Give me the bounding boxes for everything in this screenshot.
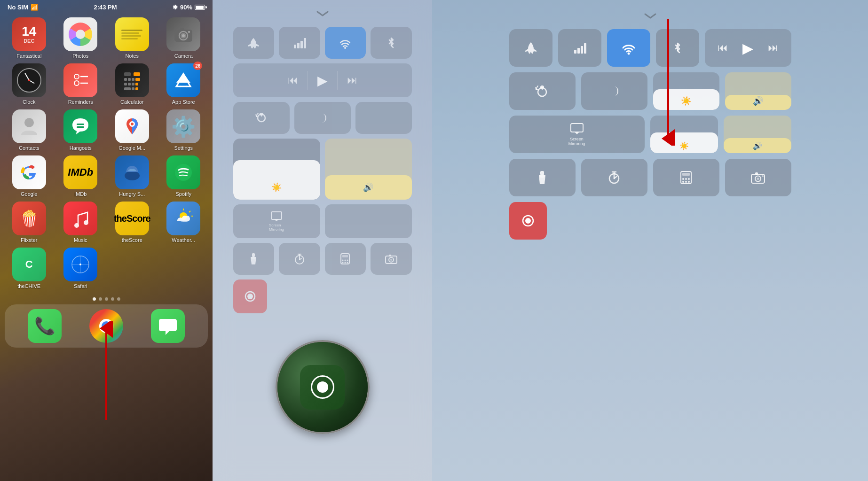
app-icon-safari[interactable] — [63, 248, 97, 281]
cc-chevron-1[interactable] — [316, 9, 330, 19]
cc-volume-icon: 🔊 — [363, 182, 373, 193]
app-thechive[interactable]: C theCHIVE — [6, 248, 53, 289]
app-icon-hangouts[interactable] — [63, 109, 97, 143]
app-icon-fantastical[interactable]: 14 Dec — [12, 17, 46, 51]
cc-media-sep — [308, 71, 308, 90]
app-spotify[interactable]: Spotify — [160, 155, 207, 197]
app-icon-google[interactable] — [12, 155, 46, 189]
cc-timer-btn2[interactable] — [279, 243, 320, 275]
cc2-flashlight-btn[interactable] — [509, 159, 576, 196]
app-icon-messages[interactable] — [151, 309, 185, 343]
app-icon-weather[interactable] — [166, 202, 200, 235]
svg-point-108 — [525, 218, 531, 224]
app-calculator[interactable]: Calculator — [109, 63, 156, 105]
app-icon-music[interactable] — [63, 202, 97, 235]
app-icon-photos[interactable] — [63, 17, 97, 51]
cc-airplane-btn[interactable] — [233, 27, 275, 59]
svg-rect-17 — [124, 83, 127, 85]
cc2-donotdisturb-btn[interactable] — [581, 72, 647, 110]
cc-fastforward-btn[interactable]: ⏭ — [347, 74, 357, 86]
dock-messages[interactable] — [151, 309, 185, 343]
app-thescore[interactable]: theScore theScore — [109, 202, 156, 243]
cc-screen-mirroring-btn[interactable]: ScreenMirroring — [233, 204, 320, 238]
cc2-rewind-btn[interactable]: ⏮ — [718, 42, 728, 54]
app-icon-flixster[interactable]: 🍿 — [12, 202, 46, 235]
app-hungry[interactable]: Hungry S... — [109, 155, 156, 197]
app-imdb[interactable]: IMDb IMDb — [57, 155, 104, 197]
app-icon-thescore[interactable]: theScore — [115, 202, 149, 235]
svg-point-66 — [347, 260, 348, 261]
cc2-cellular-btn[interactable] — [558, 29, 601, 67]
dock-phone[interactable]: 📞 — [28, 309, 62, 343]
cc2-ffwd-btn[interactable]: ⏭ — [768, 42, 778, 54]
app-icon-appstore[interactable]: 26 — [166, 63, 200, 97]
svg-point-67 — [342, 262, 344, 264]
cc2-screen-mirroring-btn[interactable]: ScreenMirroring — [509, 116, 645, 153]
cc-chevron-2[interactable] — [643, 12, 657, 22]
app-label-hungry: Hungry S... — [119, 191, 145, 197]
cc2-rotation-btn[interactable] — [509, 72, 576, 110]
app-photos[interactable]: Photos — [57, 17, 104, 59]
svg-rect-4 — [180, 28, 184, 30]
cc2-play-btn[interactable]: ▶ — [742, 40, 753, 56]
svg-point-30 — [125, 171, 140, 180]
cc-rewind-btn[interactable]: ⏮ — [288, 74, 298, 86]
red-arrow-up — [97, 321, 116, 425]
app-icon-reminders[interactable] — [63, 63, 97, 97]
cc2-wifi-btn[interactable] — [607, 29, 650, 67]
app-contacts[interactable]: Contacts — [6, 109, 53, 151]
app-camera[interactable]: Camera — [160, 17, 207, 59]
app-reminders[interactable]: Reminders — [57, 63, 104, 105]
cc-calculator-btn2[interactable] — [325, 243, 366, 275]
cc-brightness-slider[interactable]: ☀️ — [233, 139, 320, 200]
app-settings[interactable]: ⚙️ Settings — [160, 109, 207, 151]
app-icon-camera[interactable] — [166, 17, 200, 51]
app-notes[interactable]: Notes — [109, 17, 156, 59]
app-icon-imdb[interactable]: IMDb — [63, 155, 97, 189]
app-fantastical[interactable]: 14 Dec Fantastical — [6, 17, 53, 59]
cc-bluetooth-btn[interactable] — [371, 27, 412, 59]
app-grid: 14 Dec Fantastical Photos — [0, 13, 213, 294]
svg-rect-55 — [252, 253, 255, 257]
cc-volume-slider[interactable]: 🔊 — [325, 139, 412, 200]
app-icon-spotify[interactable] — [166, 155, 200, 189]
cc-record-btn[interactable] — [233, 279, 267, 313]
svg-rect-48 — [300, 41, 303, 48]
cc-rotation-lock-btn[interactable] — [233, 102, 290, 134]
app-icon-calculator[interactable] — [115, 63, 149, 97]
app-clock[interactable]: Clock — [6, 63, 53, 105]
app-appstore[interactable]: 26 App Store — [160, 63, 207, 105]
svg-rect-54 — [271, 212, 282, 219]
app-icon-contacts[interactable] — [12, 109, 46, 143]
cc2-volume-slider[interactable]: 🔊 — [725, 72, 791, 110]
app-flixster[interactable]: 🍿 Flixster — [6, 202, 53, 243]
cc-play-btn[interactable]: ▶ — [317, 73, 328, 88]
app-icon-clock[interactable] — [12, 63, 46, 97]
svg-rect-13 — [124, 78, 127, 81]
app-music[interactable]: Music — [57, 202, 104, 243]
app-googlemaps[interactable]: Google M... — [109, 109, 156, 151]
cc-wifi-btn[interactable] — [325, 27, 366, 59]
cc-donotdisturb-btn[interactable] — [294, 102, 351, 134]
app-safari[interactable]: Safari — [57, 248, 104, 289]
app-google[interactable]: Google — [6, 155, 53, 197]
app-icon-settings[interactable]: ⚙️ — [166, 109, 200, 143]
cc-camera-btn2[interactable] — [371, 243, 412, 275]
cc2-calculator-btn[interactable] — [653, 159, 719, 196]
svg-rect-79 — [577, 48, 580, 54]
app-icon-notes[interactable] — [115, 17, 149, 51]
cc2-airplane-btn[interactable] — [509, 29, 552, 67]
app-icon-googlemaps[interactable] — [115, 109, 149, 143]
cc2-record-btn[interactable] — [509, 202, 547, 240]
cc2-camera-btn[interactable] — [725, 159, 791, 196]
app-weather[interactable]: Weather... — [160, 202, 207, 243]
app-hangouts[interactable]: Hangouts — [57, 109, 104, 151]
app-icon-thechive[interactable]: C — [12, 248, 46, 281]
cc2-timer-btn[interactable] — [581, 159, 647, 196]
cc2-volume-2-slider[interactable]: 🔊 — [724, 116, 791, 153]
app-icon-phone[interactable]: 📞 — [28, 309, 62, 343]
cc-flashlight-btn2[interactable] — [233, 243, 275, 275]
app-icon-hungry[interactable] — [115, 155, 149, 189]
cc-cellular-btn[interactable] — [279, 27, 320, 59]
carrier-label: No SIM — [8, 4, 28, 11]
